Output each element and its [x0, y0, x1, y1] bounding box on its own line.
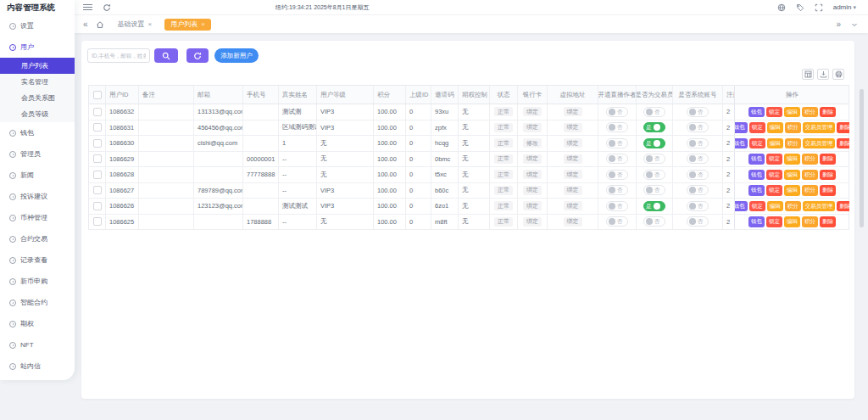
wallet-button[interactable]: 钱包: [748, 185, 765, 196]
wallet-button[interactable]: 钱包: [734, 201, 748, 212]
fullscreen-icon[interactable]: [815, 3, 823, 12]
tag-icon[interactable]: [796, 3, 804, 12]
wallet-button[interactable]: 钱包: [748, 216, 765, 227]
edit-button[interactable]: 编辑: [784, 216, 800, 227]
refresh-list-button[interactable]: [186, 48, 209, 63]
menu-toggle-icon[interactable]: [83, 4, 92, 10]
language-icon[interactable]: [777, 3, 786, 12]
wallet-address-badge[interactable]: 绑定: [564, 201, 582, 210]
wallet-address-badge[interactable]: 绑定: [564, 154, 582, 164]
trader-toggle[interactable]: 是: [643, 138, 665, 148]
system-account-toggle[interactable]: 否: [687, 107, 709, 117]
points-button[interactable]: 积分: [802, 216, 818, 227]
live-author-toggle[interactable]: 否: [606, 170, 628, 180]
sidebar-item-new-coin[interactable]: 新币申购: [0, 271, 75, 292]
edit-button[interactable]: 编辑: [767, 122, 783, 133]
points-button[interactable]: 积分: [802, 170, 818, 181]
delete-button[interactable]: 删除: [820, 185, 836, 196]
points-button[interactable]: 积分: [802, 107, 818, 118]
system-account-toggle[interactable]: 否: [687, 216, 709, 227]
sidebar-subitem-member-level[interactable]: 会员等级: [0, 106, 75, 122]
trader-toggle[interactable]: 否: [643, 185, 665, 195]
points-button[interactable]: 积分: [785, 201, 801, 212]
live-author-toggle[interactable]: 否: [606, 185, 628, 195]
edit-button[interactable]: 编辑: [784, 154, 800, 165]
system-account-toggle[interactable]: 否: [687, 154, 709, 164]
row-checkbox[interactable]: [93, 123, 102, 132]
wallet-address-badge[interactable]: 绑定: [564, 217, 582, 227]
system-account-toggle[interactable]: 否: [687, 170, 709, 180]
sidebar-item-site-message[interactable]: 站内信: [0, 356, 75, 377]
user-menu[interactable]: admin ▾: [833, 3, 856, 11]
expand-tabs-icon[interactable]: »: [836, 20, 841, 29]
system-account-toggle[interactable]: 否: [687, 138, 709, 148]
sidebar-item-settings[interactable]: 设置: [0, 15, 75, 36]
trader-toggle[interactable]: 否: [643, 154, 665, 164]
trader-toggle[interactable]: 是: [643, 201, 665, 211]
edit-button[interactable]: 编辑: [784, 107, 800, 118]
sidebar-item-wallet[interactable]: 钱包: [0, 122, 75, 143]
tab-user-list[interactable]: 用户列表: [164, 19, 211, 31]
wallet-address-badge[interactable]: 绑定: [564, 123, 582, 132]
live-author-toggle[interactable]: 否: [606, 154, 628, 164]
wallet-address-badge[interactable]: 绑定: [564, 186, 582, 195]
row-checkbox[interactable]: [93, 139, 102, 148]
lock-button[interactable]: 锁定: [749, 201, 765, 212]
delete-button[interactable]: 删除: [837, 138, 849, 149]
sidebar-item-feedback[interactable]: 投诉建议: [0, 186, 75, 207]
close-icon[interactable]: [201, 21, 205, 28]
row-checkbox[interactable]: [93, 108, 102, 116]
delete-button[interactable]: 删除: [820, 154, 836, 165]
sidebar-item-coin-manage[interactable]: 币种管理: [0, 207, 75, 228]
bank-badge[interactable]: 绑定: [523, 154, 542, 164]
chevron-down-icon[interactable]: [851, 21, 858, 28]
trader-toggle[interactable]: 否: [643, 107, 665, 117]
lock-button[interactable]: 锁定: [766, 185, 782, 196]
delete-button[interactable]: 删除: [820, 216, 836, 227]
select-all-checkbox[interactable]: [93, 91, 102, 99]
sidebar-item-nft[interactable]: NFT: [0, 334, 75, 356]
wallet-button[interactable]: 钱包: [748, 170, 765, 181]
edit-button[interactable]: 编辑: [767, 138, 783, 149]
columns-icon[interactable]: [802, 69, 814, 80]
close-icon[interactable]: [148, 21, 153, 28]
row-checkbox[interactable]: [93, 171, 102, 179]
export-icon[interactable]: [817, 69, 829, 80]
delete-button[interactable]: 删除: [837, 122, 849, 133]
live-author-toggle[interactable]: 否: [606, 138, 628, 148]
sidebar-item-loan[interactable]: 贷款信息: [0, 377, 75, 380]
collapse-tabs-icon[interactable]: «: [83, 20, 88, 29]
tab-basic-settings[interactable]: 基础设置: [112, 19, 159, 31]
search-input[interactable]: [87, 48, 150, 63]
points-button[interactable]: 积分: [785, 122, 801, 133]
lock-button[interactable]: 锁定: [749, 138, 765, 149]
bank-badge[interactable]: 绑定: [523, 201, 542, 210]
delete-button[interactable]: 删除: [837, 201, 849, 212]
row-checkbox[interactable]: [93, 186, 102, 194]
wallet-button[interactable]: 钱包: [734, 138, 748, 149]
bank-badge[interactable]: 绑定: [523, 186, 542, 195]
lock-button[interactable]: 锁定: [766, 107, 782, 118]
bank-badge[interactable]: 绑定: [523, 107, 542, 116]
wallet-address-badge[interactable]: 绑定: [564, 138, 582, 148]
bank-badge[interactable]: 绑定: [523, 170, 542, 179]
trader-toggle[interactable]: 是: [643, 122, 665, 132]
live-author-toggle[interactable]: 否: [606, 216, 628, 227]
system-account-toggle[interactable]: 否: [687, 185, 709, 195]
sidebar-item-news[interactable]: 新闻: [0, 165, 75, 186]
trader-toggle[interactable]: 否: [643, 170, 665, 180]
edit-button[interactable]: 编辑: [784, 185, 800, 196]
sidebar-subitem-user-list[interactable]: 用户列表: [0, 58, 75, 74]
wallet-button[interactable]: 钱包: [734, 122, 748, 133]
print-icon[interactable]: [832, 69, 844, 80]
system-account-toggle[interactable]: 否: [687, 201, 709, 211]
sidebar-item-contract-trade[interactable]: 合约交易: [0, 228, 75, 249]
live-author-toggle[interactable]: 否: [606, 107, 628, 117]
trader-toggle[interactable]: 否: [643, 216, 665, 227]
wallet-address-badge[interactable]: 绑定: [564, 107, 582, 116]
points-button[interactable]: 积分: [802, 185, 818, 196]
trader-manage-button[interactable]: 交易员管理: [803, 201, 836, 212]
sidebar-item-options[interactable]: 期权: [0, 313, 75, 334]
delete-button[interactable]: 删除: [820, 170, 836, 181]
lock-button[interactable]: 锁定: [766, 154, 782, 165]
